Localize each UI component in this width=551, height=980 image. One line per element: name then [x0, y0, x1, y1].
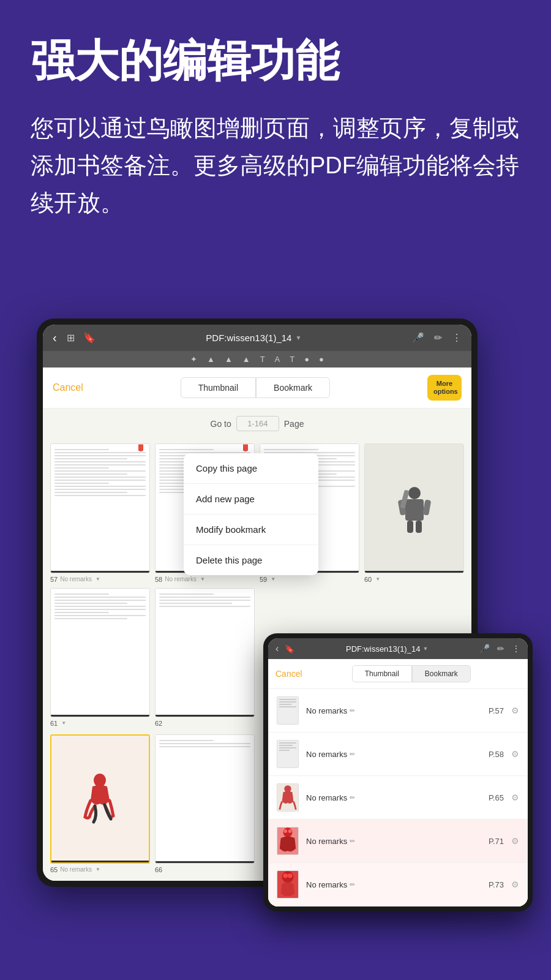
tab-thumbnail[interactable]: Thumbnail	[181, 377, 256, 398]
tool-icon-5[interactable]: T	[258, 355, 268, 364]
sec-back-btn[interactable]: ‹	[276, 643, 279, 654]
tool-icon-6[interactable]: A	[272, 355, 283, 364]
bm-page-p58: P.58	[489, 750, 504, 759]
bookmark-item-p71[interactable]: No remarks ✏ P.71 ⚙	[268, 820, 528, 863]
illustration-60	[365, 444, 463, 572]
device-container: ‹ ⊞ 🔖 PDF:wissen13(1)_14 ▼ 🎤 ✏ ⋮ ✦ ▲	[37, 318, 514, 887]
tool-icon-2[interactable]: ▲	[204, 355, 217, 364]
tablet-screen-secondary: ‹ 🔖 PDF:wissen13(1)_14 ▼ 🎤 ✏ ⋮ Cancel Th…	[268, 638, 528, 907]
svg-rect-1	[405, 499, 424, 521]
bm-title-p57: No remarks ✏	[306, 706, 481, 715]
title-arrow: ▼	[295, 334, 301, 341]
bm-title-p71: No remarks ✏	[306, 837, 481, 846]
thumb-img-57	[50, 443, 150, 573]
bm-gear-p71[interactable]: ⚙	[511, 836, 519, 846]
thumb-60[interactable]: 60 ▼	[364, 443, 464, 582]
thumb-img-66	[155, 734, 255, 864]
thumb-chevron-59[interactable]: ▼	[271, 576, 276, 582]
sec-pen-icon[interactable]: ✏	[497, 644, 504, 654]
svg-rect-0	[408, 487, 421, 499]
sec-toolbar-right: 🎤 ✏ ⋮	[479, 644, 520, 654]
sec-more-icon[interactable]: ⋮	[512, 644, 520, 654]
sec-tab-thumbnail[interactable]: Thumbnail	[352, 665, 412, 682]
tool-icon-1[interactable]: ✦	[188, 355, 200, 364]
thumb-chevron-65[interactable]: ▼	[96, 867, 100, 872]
thumb-num-66: 66	[155, 866, 162, 873]
bm-thumb-p57	[277, 696, 299, 725]
bm-page-p57: P.57	[489, 706, 504, 715]
bm-page-p65: P.65	[489, 793, 504, 802]
sec-toolbar-title: PDF:wissen13(1)_14 ▼	[301, 644, 473, 654]
edit-icon-p65: ✏	[350, 794, 355, 802]
thumb-num-59: 59	[260, 576, 267, 583]
thumb-chevron-61[interactable]: ▼	[61, 720, 66, 726]
pen-icon[interactable]: ✏	[434, 332, 442, 344]
thumb-chevron-60[interactable]: ▼	[375, 576, 380, 582]
context-add-page[interactable]: Add new page	[184, 484, 318, 514]
toolbar-icons: ⊞ 🔖	[67, 332, 96, 344]
thumb-57[interactable]: 57 No remarks ▼	[50, 443, 150, 582]
tab-bookmark[interactable]: Bookmark	[256, 377, 330, 398]
bookmark-item-p57[interactable]: No remarks ✏ P.57 ⚙	[268, 689, 528, 733]
thumb-num-65: 65	[50, 866, 58, 873]
bm-info-p71: No remarks ✏	[306, 837, 481, 846]
tablet-secondary: ‹ 🔖 PDF:wissen13(1)_14 ▼ 🎤 ✏ ⋮ Cancel Th…	[263, 633, 533, 911]
bm-gear-p73[interactable]: ⚙	[511, 880, 519, 889]
sec-tab-bookmark[interactable]: Bookmark	[412, 665, 471, 682]
main-title: 强大的编辑功能	[31, 37, 520, 85]
thumb-66[interactable]: 66	[155, 734, 255, 873]
thumb-num-60: 60	[364, 576, 372, 583]
tool-icon-7[interactable]: T	[287, 355, 297, 364]
panel-header: Cancel Thumbnail Bookmark More options	[43, 368, 471, 409]
thumb-61[interactable]: 61 ▼	[50, 588, 150, 727]
bookmark-item-p65[interactable]: No remarks ✏ P.65 ⚙	[268, 776, 528, 820]
bm-info-p65: No remarks ✏	[306, 793, 481, 802]
cancel-button[interactable]: Cancel	[53, 382, 83, 393]
context-modify-bookmark[interactable]: Modify bookmark	[184, 514, 318, 545]
bm-gear-p57[interactable]: ⚙	[511, 706, 519, 715]
sec-panel-header: Cancel Thumbnail Bookmark	[268, 659, 528, 689]
sec-bookmark-icon[interactable]: 🔖	[285, 644, 294, 654]
goto-input[interactable]: 1-164	[236, 416, 279, 431]
context-menu: Copy this page Add new page Modify bookm…	[184, 453, 318, 575]
sec-toolbar: ‹ 🔖 PDF:wissen13(1)_14 ▼ 🎤 ✏ ⋮	[268, 638, 528, 659]
context-delete-page[interactable]: Delete this page	[184, 545, 318, 575]
sec-title-arrow: ▼	[422, 646, 428, 652]
bm-info-p73: No remarks ✏	[306, 880, 481, 889]
thumb-img-61	[50, 588, 150, 717]
bookmark-item-p73[interactable]: No remarks ✏ P.73 ⚙	[268, 863, 528, 907]
main-description: 您可以通过鸟瞰图增删页面，调整页序，复制或添加书签备注。更多高级的PDF编辑功能…	[31, 110, 520, 221]
bm-title-p73: No remarks ✏	[306, 880, 481, 889]
edit-icon-p57: ✏	[350, 707, 355, 715]
thumb-chevron-58[interactable]: ▼	[200, 576, 205, 582]
more-icon[interactable]: ⋮	[452, 332, 462, 344]
thumb-62[interactable]: 62	[155, 588, 255, 727]
sec-mic-icon[interactable]: 🎤	[479, 644, 490, 654]
tool-icon-3[interactable]: ▲	[222, 355, 235, 364]
thumb-img-60	[364, 443, 464, 573]
bookmark-icon[interactable]: 🔖	[83, 332, 96, 344]
bm-gear-p65[interactable]: ⚙	[511, 793, 519, 802]
toolbar-title: PDF:wissen13(1)_14 ▼	[103, 333, 405, 343]
tool-icon-4[interactable]: ▲	[240, 355, 253, 364]
more-options-button[interactable]: More options	[427, 375, 462, 401]
thumb-num-58: 58	[155, 576, 162, 583]
back-button[interactable]: ‹	[53, 331, 57, 345]
thumb-chevron-57[interactable]: ▼	[96, 576, 100, 582]
tool-icon-8[interactable]: ●	[302, 355, 312, 364]
bm-gear-p58[interactable]: ⚙	[511, 749, 519, 759]
svg-point-11	[288, 829, 292, 833]
bookmark-item-p58[interactable]: No remarks ✏ P.58 ⚙	[268, 733, 528, 776]
thumb-65[interactable]: 65 No remarks ▼	[50, 734, 150, 873]
context-copy-page[interactable]: Copy this page	[184, 453, 318, 484]
tool-icon-9[interactable]: ●	[317, 355, 326, 364]
bm-page-p73: P.73	[489, 880, 504, 889]
svg-point-10	[283, 829, 287, 833]
mic-icon[interactable]: 🎤	[412, 332, 424, 344]
thumb-img-65	[50, 734, 150, 864]
sec-cancel-button[interactable]: Cancel	[276, 669, 302, 679]
thumb-img-62	[155, 588, 255, 717]
svg-rect-5	[416, 521, 422, 533]
grid-icon[interactable]: ⊞	[67, 332, 75, 344]
bm-thumb-p71	[277, 827, 299, 855]
